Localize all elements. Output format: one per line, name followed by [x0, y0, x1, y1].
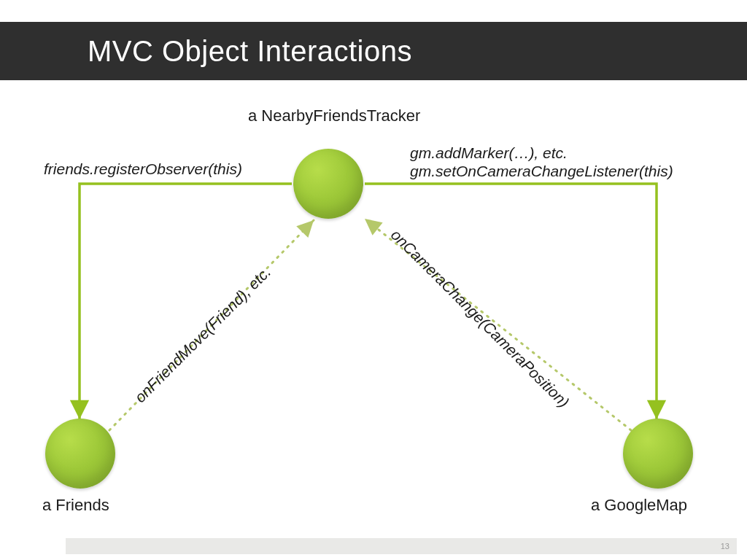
slide-title-bar: MVC Object Interactions — [0, 22, 747, 80]
edge-ctrl-to-model — [80, 184, 292, 419]
diagram-stage: a NearbyFriendsTracker a Friends a Googl… — [0, 80, 747, 518]
label-model: a Friends — [42, 496, 109, 515]
node-view — [623, 419, 693, 489]
node-controller — [293, 149, 363, 219]
page-number: 13 — [721, 542, 729, 551]
edge-label-model-to-ctrl: onFriendMove(Friend), etc. — [131, 263, 274, 406]
edge-label-ctrl-to-view-2: gm.setOnCameraChangeListener(this) — [410, 163, 673, 180]
edge-label-ctrl-to-view-1: gm.addMarker(…), etc. — [410, 144, 568, 162]
node-model — [45, 419, 115, 489]
edge-label-ctrl-to-model: friends.registerObserver(this) — [44, 160, 242, 178]
footer-bar: 13 — [66, 538, 737, 554]
edge-label-view-to-ctrl: onCameraChange(CameraPosition) — [387, 226, 573, 411]
edge-ctrl-to-view — [365, 184, 657, 419]
label-view: a GoogleMap — [591, 496, 687, 515]
label-controller: a NearbyFriendsTracker — [248, 106, 420, 125]
slide-title: MVC Object Interactions — [88, 35, 412, 68]
